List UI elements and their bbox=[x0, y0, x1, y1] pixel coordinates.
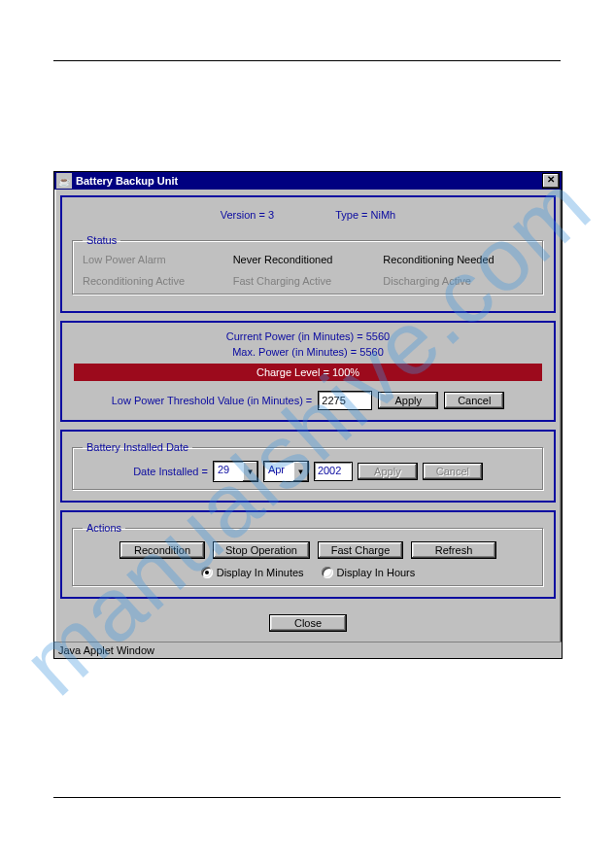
day-value: 29 bbox=[214, 462, 243, 481]
page-rule-top bbox=[53, 60, 561, 61]
threshold-apply-button[interactable]: Apply bbox=[378, 392, 438, 409]
type-label: Type = NiMh bbox=[335, 209, 395, 221]
date-cancel-button[interactable]: Cancel bbox=[423, 463, 483, 480]
window-title: Battery Backup Unit bbox=[76, 175, 542, 187]
status-discharging-active: Discharging Active bbox=[383, 275, 533, 287]
status-fieldset: Status Low Power Alarm Never Recondition… bbox=[72, 234, 544, 295]
radio-icon bbox=[201, 567, 213, 578]
page-rule-bottom bbox=[53, 797, 561, 798]
radio-icon bbox=[322, 567, 333, 578]
status-never-reconditioned: Never Reconditioned bbox=[233, 254, 384, 265]
actions-legend: Actions bbox=[83, 522, 125, 534]
date-apply-button[interactable]: Apply bbox=[358, 463, 418, 480]
close-button[interactable]: Close bbox=[269, 614, 347, 632]
statusbar: Java Applet Window bbox=[54, 642, 562, 658]
header-info: Version = 3 Type = NiMh bbox=[72, 205, 544, 228]
threshold-cancel-button[interactable]: Cancel bbox=[444, 392, 504, 409]
display-hours-label: Display In Hours bbox=[337, 567, 416, 578]
fast-charge-button[interactable]: Fast Charge bbox=[318, 541, 403, 559]
status-low-power-alarm: Low Power Alarm bbox=[83, 254, 233, 265]
month-select[interactable]: Apr ▼ bbox=[263, 461, 309, 482]
actions-fieldset: Actions Recondition Stop Operation Fast … bbox=[72, 522, 544, 587]
status-panel: Version = 3 Type = NiMh Status Low Power… bbox=[60, 195, 556, 313]
battery-backup-window: ☕ Battery Backup Unit ✕ Version = 3 Type… bbox=[53, 171, 563, 659]
titlebar[interactable]: ☕ Battery Backup Unit ✕ bbox=[54, 172, 562, 190]
battery-date-panel: Battery Installed Date Date Installed = … bbox=[60, 430, 556, 503]
stop-operation-button[interactable]: Stop Operation bbox=[213, 541, 310, 559]
max-power-label: Max. Power (in Minutes) = 5560 bbox=[72, 346, 544, 358]
day-select[interactable]: 29 ▼ bbox=[213, 461, 258, 482]
current-power-label: Current Power (in Minutes) = 5560 bbox=[72, 330, 544, 342]
chevron-down-icon: ▼ bbox=[293, 462, 308, 481]
threshold-input[interactable] bbox=[318, 391, 372, 410]
actions-panel: Actions Recondition Stop Operation Fast … bbox=[60, 510, 556, 599]
window-icon: ☕ bbox=[56, 173, 72, 189]
refresh-button[interactable]: Refresh bbox=[411, 541, 496, 559]
display-minutes-label: Display In Minutes bbox=[217, 567, 304, 578]
status-legend: Status bbox=[83, 234, 120, 246]
threshold-label: Low Power Threshold Value (in Minutes) = bbox=[112, 395, 313, 406]
year-input[interactable]: 2002 bbox=[314, 462, 353, 481]
close-icon[interactable]: ✕ bbox=[542, 173, 560, 189]
recondition-button[interactable]: Recondition bbox=[119, 541, 205, 559]
display-hours-radio[interactable]: Display In Hours bbox=[322, 567, 416, 578]
display-minutes-radio[interactable]: Display In Minutes bbox=[201, 567, 304, 578]
status-reconditioning-needed: Reconditioning Needed bbox=[383, 254, 533, 265]
status-reconditioning-active: Reconditioning Active bbox=[83, 275, 233, 287]
power-panel: Current Power (in Minutes) = 5560 Max. P… bbox=[60, 321, 556, 422]
version-label: Version = 3 bbox=[221, 209, 274, 221]
battery-date-legend: Battery Installed Date bbox=[83, 441, 192, 453]
month-value: Apr bbox=[264, 462, 293, 481]
chevron-down-icon: ▼ bbox=[243, 462, 257, 481]
battery-date-fieldset: Battery Installed Date Date Installed = … bbox=[72, 441, 544, 491]
charge-level-bar: Charge Level = 100% bbox=[74, 364, 542, 381]
date-installed-label: Date Installed = bbox=[133, 466, 208, 477]
status-fast-charging-active: Fast Charging Active bbox=[233, 275, 384, 287]
